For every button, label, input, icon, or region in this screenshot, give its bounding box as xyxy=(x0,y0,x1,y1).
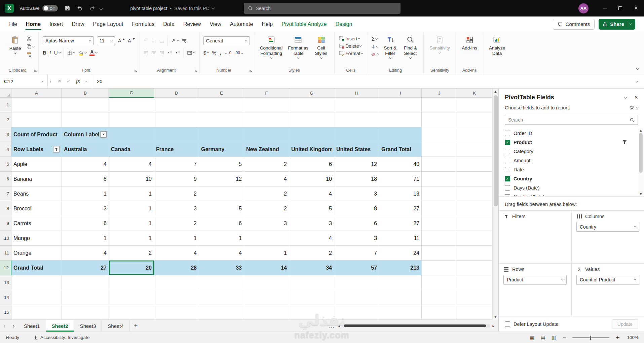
cell-B13[interactable] xyxy=(62,275,109,290)
column-header-F[interactable]: F xyxy=(244,89,289,98)
excel-app-icon[interactable]: X xyxy=(5,4,14,13)
align-top-button[interactable] xyxy=(143,38,148,43)
row-header-10[interactable]: 10 xyxy=(0,231,11,246)
cell-H6[interactable]: 18 xyxy=(334,172,379,186)
menu-tab-automate[interactable]: Automate xyxy=(226,16,257,32)
cell-E10[interactable]: 1 xyxy=(199,231,244,246)
cell-K12[interactable] xyxy=(457,261,492,275)
field-list-scrollbar[interactable]: ▲ ▼ xyxy=(638,128,643,196)
cell-K8[interactable] xyxy=(457,201,492,216)
scroll-right-arrow[interactable]: ▸ xyxy=(492,324,494,328)
cell-K5[interactable] xyxy=(457,157,492,172)
name-box[interactable] xyxy=(0,74,48,88)
sheet-tab-sheet1[interactable]: Sheet1 xyxy=(18,320,46,332)
format-as-table-button[interactable]: Format as Table xyxy=(286,34,310,61)
list-scroll-up[interactable]: ▲ xyxy=(640,128,642,133)
cell-I13[interactable] xyxy=(379,275,422,290)
cell-D5[interactable]: 7 xyxy=(154,157,199,172)
field-item-months-date-[interactable]: Months (Date) xyxy=(505,192,638,197)
area-field-product[interactable]: Product xyxy=(503,275,567,284)
cell-E15[interactable] xyxy=(199,305,244,320)
accounting-format-button[interactable]: $ xyxy=(203,50,209,56)
cell-H2[interactable] xyxy=(334,112,379,127)
field-checkbox[interactable] xyxy=(505,149,510,154)
italic-button[interactable]: I xyxy=(49,50,51,56)
percent-style-button[interactable]: % xyxy=(212,50,216,56)
clipboard-dialog-launcher[interactable] xyxy=(34,69,37,72)
defer-layout-update[interactable]: Defer Layout Update xyxy=(505,321,559,327)
column-header-G[interactable]: G xyxy=(289,89,334,98)
comma-style-button[interactable]: , xyxy=(219,49,221,56)
zoom-slider[interactable] xyxy=(572,337,609,338)
conditional-formatting-button[interactable]: Conditional Formatting xyxy=(258,34,285,61)
increase-indent-button[interactable] xyxy=(176,50,181,55)
menu-tab-insert[interactable]: Insert xyxy=(45,16,67,32)
cell-I12[interactable]: 213 xyxy=(379,261,422,275)
fill-button[interactable]: ↓ xyxy=(371,44,379,49)
cell-I1[interactable] xyxy=(379,98,422,112)
vertical-scrollbar[interactable]: ▲ ▼ xyxy=(492,89,498,320)
field-checkbox[interactable] xyxy=(505,158,510,163)
cell-H9[interactable]: 6 xyxy=(334,216,379,231)
font-name-select[interactable]: Aptos Narrow xyxy=(43,36,94,45)
pane-close-icon[interactable]: × xyxy=(634,94,638,101)
cell-K3[interactable] xyxy=(457,127,492,142)
cell-E5[interactable]: 5 xyxy=(199,157,244,172)
cell-J1[interactable] xyxy=(422,98,457,112)
cell-I2[interactable] xyxy=(379,112,422,127)
cell-A14[interactable] xyxy=(11,290,62,305)
cell-J9[interactable] xyxy=(422,216,457,231)
update-button[interactable]: Update xyxy=(612,319,638,329)
clear-button[interactable] xyxy=(371,52,379,57)
cell-D3[interactable] xyxy=(154,127,199,142)
cell-I15[interactable] xyxy=(379,305,422,320)
autosave-switch[interactable]: Off xyxy=(42,5,58,11)
cell-J10[interactable] xyxy=(422,231,457,246)
cell-K13[interactable] xyxy=(457,275,492,290)
cell-F9[interactable]: 3 xyxy=(244,216,289,231)
name-box-input[interactable] xyxy=(4,78,31,84)
decrease-indent-button[interactable] xyxy=(167,50,173,55)
menu-tab-help[interactable]: Help xyxy=(257,16,277,32)
search-box[interactable] xyxy=(244,3,401,14)
cancel-entry-button[interactable]: × xyxy=(58,78,61,84)
cell-E6[interactable]: 12 xyxy=(199,172,244,186)
vertical-scroll-thumb[interactable] xyxy=(494,95,498,206)
column-header-D[interactable]: D xyxy=(154,89,199,98)
cell-H11[interactable]: 7 xyxy=(334,246,379,261)
cell-D14[interactable] xyxy=(154,290,199,305)
scroll-left-arrow[interactable]: ◂ xyxy=(338,324,340,328)
autosum-button[interactable]: Σ xyxy=(371,36,379,42)
cell-E2[interactable] xyxy=(199,112,244,127)
scroll-down-arrow[interactable]: ▼ xyxy=(494,314,497,320)
menu-tab-data[interactable]: Data xyxy=(159,16,179,32)
menu-tab-page-layout[interactable]: Page Layout xyxy=(89,16,128,32)
cell-C12[interactable]: 20 xyxy=(109,261,154,275)
row-header-8[interactable]: 8 xyxy=(0,201,11,216)
cell-K15[interactable] xyxy=(457,305,492,320)
scroll-up-arrow[interactable]: ▲ xyxy=(494,89,497,95)
column-header-E[interactable]: E xyxy=(199,89,244,98)
view-page-break-button[interactable]: ▥ xyxy=(552,335,556,341)
menu-tab-draw[interactable]: Draw xyxy=(67,16,88,32)
maximize-button[interactable] xyxy=(612,0,628,16)
menu-tab-design[interactable]: Design xyxy=(331,16,357,32)
cell-B9[interactable]: 6 xyxy=(62,216,109,231)
cell-G5[interactable]: 6 xyxy=(289,157,334,172)
field-checkbox[interactable]: ✓ xyxy=(505,176,510,181)
defer-checkbox[interactable] xyxy=(505,321,510,327)
sort-filter-button[interactable]: Sort & Filter xyxy=(381,34,399,61)
cell-H3[interactable] xyxy=(334,127,379,142)
increase-decimal-button[interactable]: ←.0 xyxy=(224,50,231,55)
alignment-dialog-launcher[interactable] xyxy=(194,69,198,72)
shrink-font-button[interactable]: A xyxy=(128,38,135,43)
fields-search-box[interactable] xyxy=(505,115,638,125)
field-item-category[interactable]: Category xyxy=(505,147,638,156)
cell-D8[interactable]: 3 xyxy=(154,201,199,216)
row-header-13[interactable]: 13 xyxy=(0,275,11,290)
menu-tab-formulas[interactable]: Formulas xyxy=(127,16,159,32)
row-header-2[interactable]: 2 xyxy=(0,112,11,127)
cell-C10[interactable]: 1 xyxy=(109,231,154,246)
wrap-text-button[interactable] xyxy=(182,38,187,43)
cell-styles-button[interactable]: Cell Styles xyxy=(312,34,330,61)
